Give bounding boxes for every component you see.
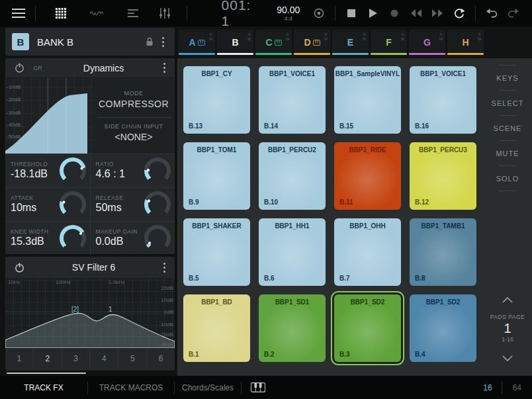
pads-16-button[interactable]: 16 [474,383,501,392]
keyboard-toggle-icon[interactable] [251,382,265,392]
pad-b6[interactable]: BBP1_HH1 B.6 [259,218,326,286]
tempo-display[interactable]: 90.00 4:4 [277,5,300,22]
bank-header[interactable]: B BANK B [5,28,175,56]
makeup-gain-control[interactable]: MAKEUP GAIN 0.0dB [90,222,175,255]
pad-b13[interactable]: BBP1_CY B.13 [183,66,250,134]
menu-icon[interactable] [8,3,30,23]
band-button-3[interactable]: 3 [62,349,90,368]
pad-b11[interactable]: BBP1_RIDE B.11 [334,142,401,210]
ratio-control[interactable]: RATIO 4.6 : 1 [90,154,175,187]
ratio-knob[interactable] [144,157,171,184]
waveform-view-icon[interactable] [86,3,108,23]
solo-flag[interactable]: S [439,32,443,36]
sidechain-value[interactable]: <NONE> [115,132,153,142]
pad-b12[interactable]: BBP1_PERCU3 B.12 [410,142,476,210]
release-knob[interactable] [144,191,171,218]
filter-eq-graph[interactable]: 10Hz 100Hz 1.0kHz 20dB 10dB 0dB -10dB -2… [5,278,175,348]
attack-control[interactable]: ATTACK 10ms [5,188,90,221]
pad-b15[interactable]: BBP1_SampleVINYL B.15 [334,66,401,134]
threshold-control[interactable]: THRESHOLD -18.1dB [5,154,90,187]
fx-scroll-indicator[interactable] [7,373,86,374]
release-control[interactable]: RELEASE 50ms [90,188,175,221]
attack-knob[interactable] [60,191,86,218]
pad-b8[interactable]: BBP1_TAMB1 B.8 [410,218,476,286]
tab-chords-scales[interactable]: Chords/Scales [175,383,241,392]
bank-badge[interactable]: B [12,33,29,50]
bank-tab-h[interactable]: H SM [447,30,484,55]
solo-flag[interactable]: S [324,32,328,36]
band-button-2[interactable]: 2 [33,349,62,368]
lock-icon[interactable] [141,32,158,52]
bank-menu-icon[interactable] [158,33,168,51]
mute-flag[interactable]: M [324,37,328,41]
pad-b16[interactable]: BBP1_VOICE1 B.16 [410,66,476,134]
undo-icon[interactable] [481,3,503,23]
makeup-gain-knob[interactable] [144,225,171,251]
metronome-icon[interactable] [308,3,330,23]
page-down-icon[interactable] [483,349,532,367]
pad-b2[interactable]: BBP1_SD1 B.2 [259,294,326,362]
fast-forward-icon[interactable] [427,3,449,23]
bank-tab-c[interactable]: C SM [255,30,292,55]
mixer-view-icon[interactable] [154,3,176,23]
mute-flag[interactable]: M [363,37,366,41]
mode-value[interactable]: COMPRESSOR [99,99,169,109]
tab-track-macros[interactable]: TRACK MACROS [88,383,174,392]
song-position-display[interactable]: 001: 1 [222,0,263,29]
sequencer-view-icon[interactable] [122,3,144,23]
scene-button[interactable]: SCENE [483,116,532,140]
pad-b1[interactable]: BBP1_BD B.1 [183,294,250,362]
keys-button[interactable]: KEYS [483,66,532,90]
mute-flag[interactable]: M [247,37,251,41]
mute-flag[interactable]: M [478,37,481,41]
pad-b10[interactable]: BBP1_PERCU2 B.10 [259,142,326,210]
mute-button[interactable]: MUTE [483,141,532,165]
rewind-icon[interactable] [405,3,427,23]
bank-tab-f[interactable]: F SM [371,30,407,55]
mute-flag[interactable]: M [401,37,404,41]
mute-flag[interactable]: M [209,37,212,41]
pads-64-button[interactable]: 64 [502,383,532,392]
redo-icon[interactable] [502,3,524,23]
pad-b14[interactable]: BBP1_VOICE1 B.14 [259,66,326,134]
knee-width-control[interactable]: KNEE WIDTH 15.3dB [5,222,90,255]
threshold-knob[interactable] [60,157,86,184]
bank-tab-d[interactable]: D SM [294,30,330,55]
solo-flag[interactable]: S [478,32,481,36]
bank-tab-a[interactable]: A SM [179,30,215,55]
loop-icon[interactable] [448,3,470,23]
pad-b3-selected[interactable]: BBP1_SD2 B.3 [334,294,401,362]
filter-menu-icon[interactable] [159,259,169,277]
band-button-4[interactable]: 4 [89,349,118,368]
solo-flag[interactable]: S [247,32,251,36]
knee-width-knob[interactable] [60,225,86,251]
band-2-marker[interactable]: [2] [71,306,79,313]
band-1-marker[interactable]: 1 [109,306,112,313]
band-button-1[interactable]: 1 [5,349,33,368]
bank-tab-b[interactable]: B SM [217,30,253,55]
page-up-icon[interactable] [483,291,532,308]
pad-b7[interactable]: BBP1_OHH B.7 [334,218,401,286]
mute-flag[interactable]: M [286,37,289,41]
solo-flag[interactable]: S [401,32,404,36]
power-icon[interactable] [11,63,28,73]
stop-icon[interactable] [341,3,363,23]
dynamics-menu-icon[interactable] [159,59,169,77]
select-button[interactable]: SELECT [483,91,532,115]
bank-tab-g[interactable]: G SM [409,30,445,55]
band-button-5[interactable]: 5 [118,349,146,368]
bank-tab-e[interactable]: E SM [332,30,369,55]
pads-view-icon[interactable] [50,3,71,23]
power-icon[interactable] [11,263,28,273]
play-icon[interactable] [362,3,384,23]
solo-flag[interactable]: S [209,32,212,36]
solo-button[interactable]: SOLO [483,166,532,191]
tab-track-fx[interactable]: TRACK FX [0,383,87,392]
pad-b4[interactable]: BBP1_SD2 B.4 [410,294,476,362]
mute-flag[interactable]: M [439,37,443,41]
pad-b5[interactable]: BBP1_SHAKER B.5 [183,218,250,286]
compressor-curve-graph[interactable]: -10dB -20dB -30dB -40dB -50dB [5,78,93,154]
solo-flag[interactable]: S [286,32,289,36]
pad-b9[interactable]: BBP1_TOM1 B.9 [183,142,250,210]
solo-flag[interactable]: S [363,32,366,36]
